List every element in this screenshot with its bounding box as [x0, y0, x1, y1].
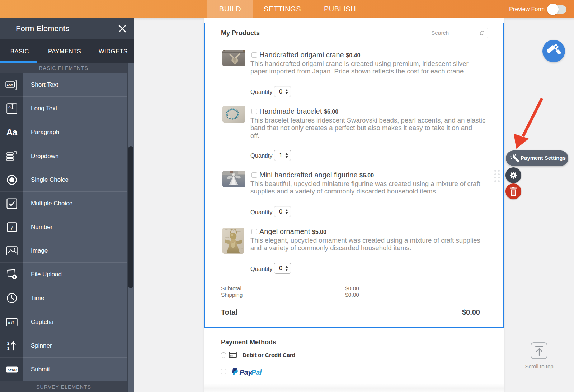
svg-text:SEND: SEND — [8, 368, 17, 372]
svg-text:1: 1 — [7, 346, 9, 350]
svg-text:ABC: ABC — [6, 83, 13, 87]
svg-text:Pal: Pal — [251, 368, 262, 376]
svg-text:ic8: ic8 — [8, 320, 14, 325]
svg-text:7: 7 — [10, 225, 13, 231]
svg-text:Pay: Pay — [240, 368, 253, 376]
svg-text:2: 2 — [7, 341, 9, 345]
svg-text:A: A — [8, 105, 11, 109]
